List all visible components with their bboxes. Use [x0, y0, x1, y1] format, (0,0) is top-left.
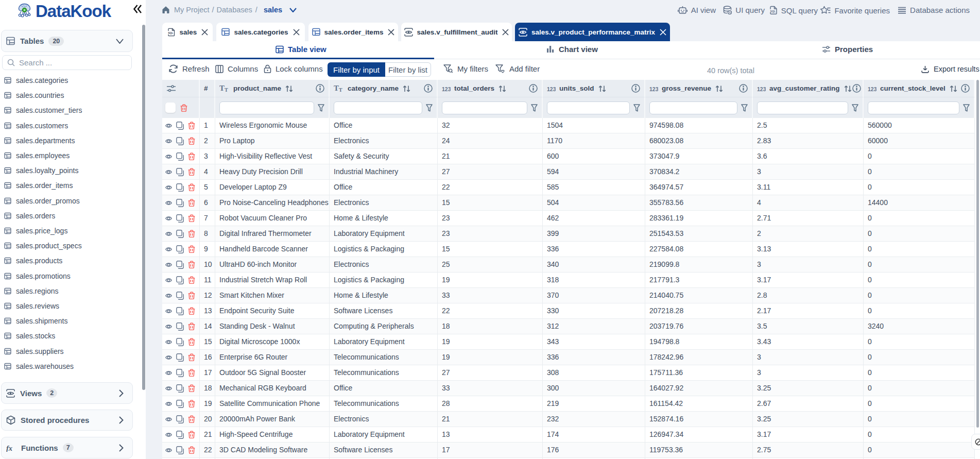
svg-text:T: T	[334, 84, 339, 92]
svg-text:fx: fx	[6, 444, 12, 452]
svg-text:T: T	[225, 87, 228, 92]
svg-text:T: T	[339, 87, 342, 92]
svg-text:SQL: SQL	[770, 10, 776, 13]
svg-text:123: 123	[442, 86, 451, 92]
svg-text:123: 123	[757, 86, 766, 92]
svg-text:123: 123	[649, 86, 658, 92]
svg-text:123: 123	[868, 86, 876, 92]
svg-text:T: T	[219, 84, 225, 92]
svg-text:SQL: SQL	[168, 31, 173, 34]
svg-text:123: 123	[547, 86, 556, 92]
